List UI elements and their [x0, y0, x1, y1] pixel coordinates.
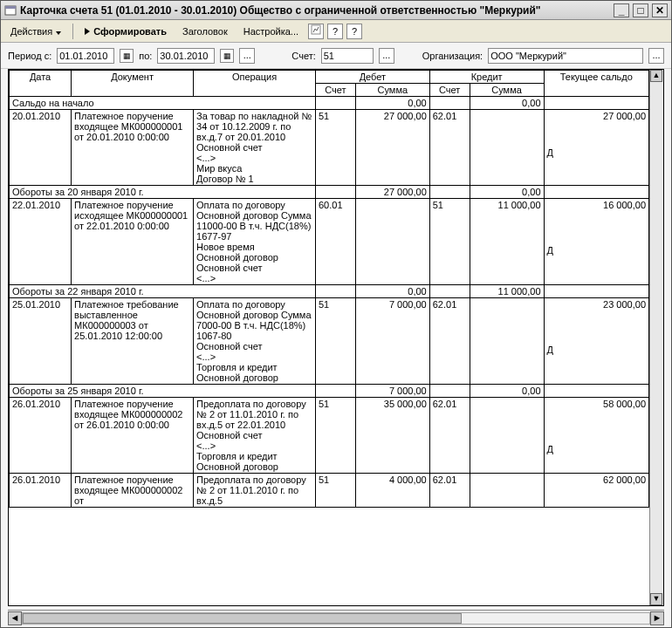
cell-credit-acc: 62.01 — [429, 398, 470, 474]
dropdown-icon — [56, 31, 61, 35]
turnover-label: Обороты за 20 января 2010 г. — [10, 186, 316, 199]
col-credit-sum: Сумма — [470, 84, 544, 97]
cell-debit-acc: 51 — [315, 474, 355, 508]
app-icon — [4, 4, 17, 17]
period-from-label: Период с: — [8, 51, 51, 61]
maximize-button[interactable]: □ — [633, 3, 648, 17]
cell-doc: Платежное требование выставленное МК0000… — [72, 298, 194, 385]
play-icon — [85, 28, 90, 35]
turnover-row: Обороты за 25 января 2010 г. 7 000,00 0,… — [10, 385, 649, 398]
org-label: Организация: — [422, 51, 483, 61]
tool-icon-2[interactable]: ? — [327, 24, 343, 39]
scroll-left-button[interactable]: ◄ — [8, 611, 22, 625]
cell-date: 26.01.2010 — [10, 398, 72, 474]
actions-label: Действия — [10, 26, 52, 37]
period-from-input[interactable] — [57, 48, 114, 64]
cell-credit-sum: 11 000,00 — [470, 199, 544, 285]
cell-op: Предоплата по договору № 2 от 11.01.2010… — [194, 474, 316, 508]
calendar-to-icon[interactable]: ▦ — [220, 49, 234, 63]
cell-doc: Платежное поручение входящее МК000000001… — [72, 110, 194, 186]
report-window: Карточка счета 51 (01.01.2010 - 30.01.20… — [0, 0, 672, 628]
scroll-track[interactable] — [22, 612, 650, 625]
org-input[interactable] — [488, 48, 643, 64]
tool-icon-1[interactable] — [308, 24, 324, 39]
cell-debit-sum: 27 000,00 — [355, 110, 429, 186]
table-row: 22.01.2010 Платежное поручение исходящее… — [10, 199, 649, 285]
cell-credit-acc: 62.01 — [429, 474, 470, 508]
cell-doc: Платежное поручение входящее МК000000002… — [72, 474, 194, 508]
cell-debit-acc: 51 — [315, 298, 355, 385]
dc-indicator: Д — [547, 345, 646, 355]
turnover-credit: 0,00 — [470, 385, 544, 398]
scroll-right-button[interactable]: ► — [650, 611, 664, 625]
col-date: Дата — [10, 71, 72, 97]
account-label: Счет: — [291, 51, 315, 61]
minimize-button[interactable]: _ — [614, 3, 629, 17]
actions-menu[interactable]: Действия — [4, 24, 67, 39]
opening-balance-row: Сальдо на начало 0,00 0,00 — [10, 97, 649, 110]
turnover-label: Обороты за 25 января 2010 г. — [10, 385, 316, 398]
cell-credit-sum — [470, 298, 544, 385]
cell-balance: 16 000,00 Д — [544, 199, 648, 285]
report-scroll-area[interactable]: ▲ ▼ Дата Документ Операция Дебет Кредит … — [8, 69, 664, 606]
cell-date: 22.01.2010 — [10, 199, 72, 285]
turnover-credit: 11 000,00 — [470, 285, 544, 298]
scroll-up-button[interactable]: ▲ — [650, 70, 662, 82]
cell-credit-acc: 62.01 — [429, 110, 470, 186]
cell-balance: 23 000,00 Д — [544, 298, 648, 385]
opening-debit: 0,00 — [355, 97, 429, 110]
report-table: Дата Документ Операция Дебет Кредит Теку… — [9, 70, 649, 508]
titlebar: Карточка счета 51 (01.01.2010 - 30.01.20… — [1, 1, 671, 20]
cell-balance: 58 000,00 Д — [544, 398, 648, 474]
cell-credit-sum — [470, 110, 544, 186]
close-button[interactable]: ✕ — [652, 3, 668, 17]
period-select-button[interactable]: ... — [239, 48, 255, 64]
cell-credit-acc: 62.01 — [429, 298, 470, 385]
cell-debit-sum: 7 000,00 — [355, 298, 429, 385]
col-credit: Кредит — [429, 71, 544, 84]
cell-date: 25.01.2010 — [10, 298, 72, 385]
horizontal-scrollbar[interactable]: ◄ ► — [8, 610, 664, 625]
opening-label: Сальдо на начало — [10, 97, 316, 110]
cell-op: Оплата по договору Основной договор Сумм… — [194, 298, 316, 385]
turnover-label: Обороты за 22 января 2010 г. — [10, 285, 316, 298]
col-balance: Текущее сальдо — [544, 71, 648, 97]
settings-button[interactable]: Настройка... — [237, 24, 305, 39]
dc-indicator: Д — [547, 245, 646, 256]
cell-balance: 27 000,00 Д — [544, 110, 648, 186]
turnover-row: Обороты за 20 января 2010 г. 27 000,00 0… — [10, 186, 649, 199]
table-row: 26.01.2010 Платежное поручение входящее … — [10, 474, 649, 508]
cell-op: За товар по накладной № 34 от 10.12.2009… — [194, 110, 316, 186]
cell-date: 20.01.2010 — [10, 110, 72, 186]
calendar-from-icon[interactable]: ▦ — [120, 49, 134, 63]
header-button[interactable]: Заголовок — [176, 24, 234, 39]
scroll-thumb[interactable] — [23, 613, 462, 624]
cell-doc: Платежное поручение входящее МК000000002… — [72, 398, 194, 474]
cell-op: Оплата по договору Основной договор Сумм… — [194, 199, 316, 285]
account-input[interactable] — [321, 48, 374, 64]
toolbar: Действия Сформировать Заголовок Настройк… — [1, 20, 671, 43]
org-select-button[interactable]: ... — [648, 48, 664, 64]
dc-indicator: Д — [547, 444, 646, 454]
generate-button[interactable]: Сформировать — [79, 24, 173, 39]
turnover-debit: 27 000,00 — [355, 186, 429, 199]
turnover-debit: 7 000,00 — [355, 385, 429, 398]
scroll-down-button[interactable]: ▼ — [650, 593, 662, 605]
account-select-button[interactable]: ... — [379, 48, 394, 64]
cell-debit-acc: 51 — [315, 110, 355, 186]
cell-date: 26.01.2010 — [10, 474, 72, 508]
col-debit-acc: Счет — [315, 84, 355, 97]
window-title: Карточка счета 51 (01.01.2010 - 30.01.20… — [20, 4, 614, 17]
cell-doc: Платежное поручение исходящее МК00000000… — [72, 199, 194, 285]
generate-label: Сформировать — [93, 26, 167, 37]
help-button[interactable]: ? — [346, 24, 362, 39]
cell-balance: 62 000,00 — [544, 474, 648, 508]
vertical-scrollbar[interactable]: ▲ ▼ — [649, 70, 663, 605]
cell-debit-sum: 4 000,00 — [355, 474, 429, 508]
period-to-input[interactable] — [157, 48, 215, 64]
col-debit-sum: Сумма — [355, 84, 429, 97]
col-document: Документ — [72, 71, 194, 97]
table-row: 20.01.2010 Платежное поручение входящее … — [10, 110, 649, 186]
cell-debit-sum: 35 000,00 — [355, 398, 429, 474]
opening-credit: 0,00 — [470, 97, 544, 110]
